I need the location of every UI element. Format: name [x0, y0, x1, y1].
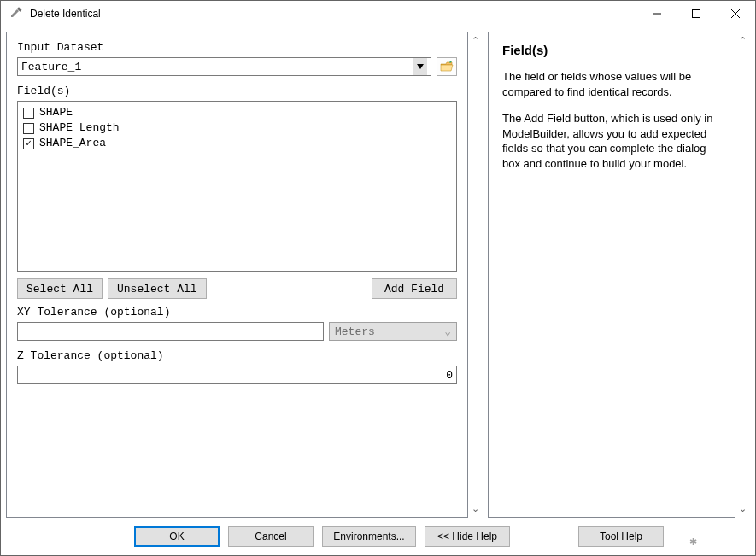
z-tolerance-input[interactable] [17, 366, 457, 384]
left-wrap: Input Dataset Feature_1 Field(s) [6, 32, 483, 518]
maximize-button[interactable] [677, 1, 716, 26]
dialog-footer: OK Cancel Environments... << Hide Help T… [6, 518, 750, 555]
hide-help-button[interactable]: << Hide Help [425, 526, 510, 547]
help-panel: Field(s) The field or fields whose value… [488, 32, 735, 518]
field-row[interactable]: SHAPE_Length [23, 120, 451, 136]
input-dataset-label: Input Dataset [17, 41, 457, 54]
close-button[interactable] [716, 1, 755, 26]
scroll-up-icon[interactable]: ⌃ [739, 35, 747, 46]
z-tolerance-label: Z Tolerance (optional) [17, 349, 457, 362]
xy-unit-value: Meters [335, 325, 375, 338]
xy-tolerance-input[interactable] [17, 322, 324, 341]
browse-button[interactable] [437, 57, 457, 76]
parameters-panel: Input Dataset Feature_1 Field(s) [6, 32, 468, 518]
checkbox-icon[interactable] [23, 138, 34, 149]
main-area: Input Dataset Feature_1 Field(s) [6, 32, 750, 518]
dialog-window: Delete Identical Input Dataset Feature_1 [0, 0, 756, 556]
folder-open-icon [440, 61, 454, 73]
titlebar[interactable]: Delete Identical [1, 1, 755, 26]
ok-button[interactable]: OK [134, 526, 220, 547]
window-title: Delete Identical [30, 8, 637, 20]
cancel-button[interactable]: Cancel [228, 526, 314, 547]
field-name: SHAPE_Area [39, 136, 106, 151]
environments-button[interactable]: Environments... [322, 526, 416, 547]
scroll-up-icon[interactable]: ⌃ [472, 35, 479, 46]
svg-marker-5 [417, 64, 424, 69]
xy-unit-select[interactable]: Meters ⌄ [329, 322, 457, 341]
fields-label: Field(s) [17, 85, 457, 97]
scroll-down-icon[interactable]: ⌄ [739, 503, 747, 514]
help-paragraph: The field or fields whose values will be… [502, 69, 721, 99]
field-name: SHAPE [39, 105, 73, 120]
right-scrollbar[interactable]: ⌃ ⌄ [735, 32, 750, 518]
checkbox-icon[interactable] [23, 123, 34, 134]
minimize-button[interactable] [637, 1, 677, 26]
hammer-icon [9, 7, 23, 20]
input-dataset-value: Feature_1 [21, 61, 81, 73]
help-title: Field(s) [502, 43, 721, 57]
select-all-button[interactable]: Select All [17, 278, 103, 299]
chevron-down-icon: ⌄ [444, 325, 451, 338]
checkbox-icon[interactable] [23, 108, 34, 119]
field-name: SHAPE_Length [39, 120, 120, 136]
input-dataset-combo[interactable]: Feature_1 [17, 57, 431, 76]
field-row[interactable]: SHAPE [23, 105, 451, 120]
help-paragraph: The Add Field button, which is used only… [502, 111, 721, 171]
fields-listbox[interactable]: SHAPE SHAPE_Length SHAPE_Area [17, 101, 457, 272]
tool-help-button[interactable]: Tool Help [578, 526, 664, 547]
svg-rect-2 [693, 9, 700, 17]
field-row[interactable]: SHAPE_Area [23, 136, 451, 151]
unselect-all-button[interactable]: Unselect All [108, 278, 207, 299]
scroll-down-icon[interactable]: ⌄ [472, 503, 479, 514]
left-scrollbar[interactable]: ⌃ ⌄ [468, 32, 483, 518]
client-area: Input Dataset Feature_1 Field(s) [1, 26, 755, 555]
xy-tolerance-label: XY Tolerance (optional) [17, 306, 457, 319]
add-field-button[interactable]: Add Field [372, 278, 457, 299]
dropdown-icon[interactable] [413, 58, 427, 75]
